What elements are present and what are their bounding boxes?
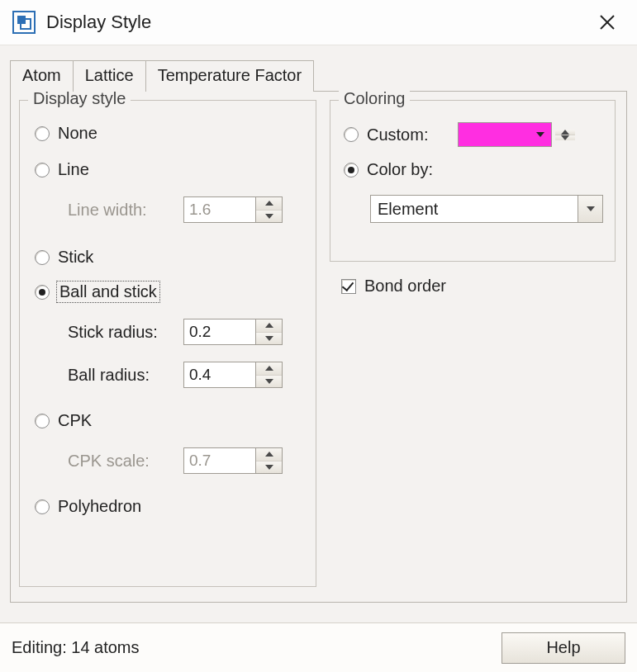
row-color-by-select: Element (370, 195, 603, 223)
status-text: Editing: 14 atoms (12, 638, 140, 657)
line-width-input[interactable] (184, 197, 255, 222)
cpk-scale-label: CPK scale: (68, 452, 183, 471)
tab-atom[interactable]: Atom (10, 60, 74, 92)
window-root: Display Style Atom Lattice Temperature F… (0, 0, 637, 672)
titlebar: Display Style (0, 0, 637, 45)
ball-radius-label: Ball radius: (68, 366, 183, 385)
group-display-style: Display style None Line Line width: (19, 100, 316, 587)
cpk-scale-spin-buttons[interactable] (255, 448, 282, 473)
tab-strip: Atom Lattice Temperature Factor (10, 60, 627, 92)
radio-row-line[interactable]: Line (35, 160, 304, 179)
checkbox-row-bond-order[interactable]: Bond order (341, 277, 446, 296)
radio-color-by-label: Color by: (367, 160, 433, 179)
spin-down-icon[interactable] (256, 461, 282, 474)
radio-row-cpk[interactable]: CPK (35, 411, 304, 430)
stick-radius-spinner[interactable] (183, 319, 283, 345)
spin-down-icon[interactable] (555, 135, 575, 140)
row-cpk-scale: CPK scale: (68, 447, 304, 474)
spin-up-icon[interactable] (256, 448, 282, 461)
close-button[interactable] (589, 4, 625, 40)
line-width-label: Line width: (68, 201, 183, 220)
checkbox-bond-order-label: Bond order (364, 277, 446, 296)
radio-ball-and-stick-label: Ball and stick (58, 282, 159, 301)
chevron-down-icon (578, 196, 602, 222)
radio-ball-and-stick-dot (35, 285, 50, 300)
chevron-down-icon (536, 132, 544, 137)
tab-temperature-factor[interactable]: Temperature Factor (145, 60, 315, 92)
radio-row-polyhedron[interactable]: Polyhedron (35, 497, 304, 516)
tab-lattice[interactable]: Lattice (73, 60, 146, 92)
ball-radius-spin-buttons[interactable] (255, 362, 282, 387)
line-width-spinner[interactable] (183, 196, 283, 223)
spin-up-icon[interactable] (256, 362, 282, 375)
group-coloring: Coloring Custom: C (330, 100, 616, 262)
radio-line-dot (35, 163, 50, 177)
radio-cpk-dot (35, 414, 50, 428)
radio-row-ball-and-stick[interactable]: Ball and stick (35, 282, 304, 301)
help-button[interactable]: Help (502, 632, 625, 664)
checkbox-bond-order-box (341, 279, 356, 294)
spin-up-icon[interactable] (256, 197, 282, 210)
radio-color-by-dot (344, 163, 359, 177)
help-button-label: Help (546, 638, 580, 657)
row-ball-radius: Ball radius: (68, 362, 304, 388)
radio-row-color-by[interactable]: Color by: (344, 160, 433, 179)
radio-custom-dot (344, 127, 359, 142)
radio-polyhedron-dot (35, 499, 50, 514)
client-area: Atom Lattice Temperature Factor Display … (0, 45, 637, 622)
radio-none-dot (35, 126, 50, 141)
window-title: Display Style (46, 12, 589, 33)
cpk-scale-spinner[interactable] (183, 447, 283, 474)
radio-row-stick[interactable]: Stick (35, 248, 304, 267)
tab-lattice-label: Lattice (85, 66, 134, 84)
color-by-select[interactable]: Element (370, 195, 603, 223)
radio-custom-label: Custom: (367, 125, 458, 144)
radio-cpk-label: CPK (58, 411, 92, 430)
tabpage-atom: Display style None Line Line width: (10, 91, 627, 603)
spin-down-icon[interactable] (256, 375, 282, 388)
custom-color-spin[interactable] (555, 130, 575, 140)
custom-color-dropdown[interactable] (458, 122, 552, 147)
color-by-select-value: Element (378, 200, 438, 219)
ball-radius-spinner[interactable] (183, 362, 283, 388)
stick-radius-input[interactable] (184, 319, 255, 344)
custom-color-swatch (459, 123, 551, 146)
radio-row-custom-color[interactable]: Custom: (344, 122, 605, 147)
ball-radius-input[interactable] (184, 362, 255, 387)
app-icon (12, 10, 36, 35)
tab-temperature-label: Temperature Factor (158, 66, 302, 84)
radio-stick-label: Stick (58, 248, 93, 267)
radio-none-label: None (58, 124, 97, 143)
spin-down-icon[interactable] (256, 332, 282, 345)
radio-line-label: Line (58, 160, 89, 179)
row-line-width: Line width: (68, 196, 304, 223)
spin-up-icon[interactable] (256, 319, 282, 332)
radio-polyhedron-label: Polyhedron (58, 497, 141, 516)
cpk-scale-input[interactable] (184, 448, 255, 473)
group-coloring-legend: Coloring (339, 89, 410, 108)
line-width-spin-buttons[interactable] (255, 197, 282, 222)
radio-stick-dot (35, 250, 50, 265)
group-display-style-legend: Display style (28, 89, 131, 108)
stick-radius-label: Stick radius: (68, 323, 183, 342)
close-icon (599, 14, 616, 31)
stick-radius-spin-buttons[interactable] (255, 319, 282, 344)
status-bar: Editing: 14 atoms Help (0, 622, 637, 672)
spin-down-icon[interactable] (256, 210, 282, 223)
radio-row-none[interactable]: None (35, 124, 304, 143)
row-stick-radius: Stick radius: (68, 319, 304, 345)
tab-atom-label: Atom (22, 66, 61, 84)
